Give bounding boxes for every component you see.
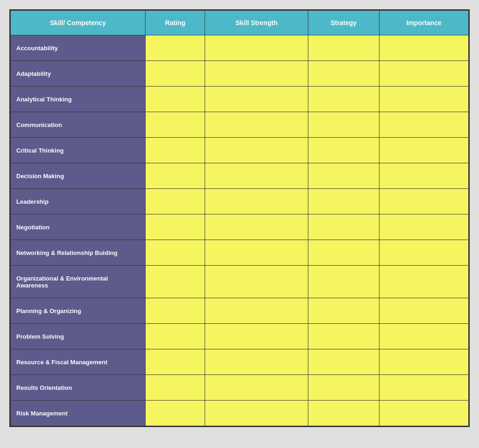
cell-rating[interactable] (146, 401, 205, 426)
cell-skill-strength[interactable] (205, 112, 308, 138)
skill-label: Problem Solving (11, 324, 146, 349)
cell-importance[interactable] (379, 112, 469, 138)
cell-skill-strength[interactable] (205, 138, 308, 163)
cell-strategy[interactable] (308, 163, 379, 189)
cell-rating[interactable] (146, 112, 205, 138)
cell-strategy[interactable] (308, 349, 379, 375)
skill-label: Leadership (11, 189, 146, 214)
cell-importance[interactable] (379, 240, 469, 266)
cell-rating[interactable] (146, 214, 205, 240)
skill-label: Planning & Organizing (11, 298, 146, 324)
cell-strategy[interactable] (308, 87, 379, 112)
skill-label: Decision Making (11, 163, 146, 189)
cell-importance[interactable] (379, 87, 469, 112)
cell-importance[interactable] (379, 214, 469, 240)
cell-strategy[interactable] (308, 61, 379, 87)
table-row: Organizational & Environmental Awareness (11, 266, 469, 298)
cell-importance[interactable] (379, 298, 469, 324)
table-row: Results Orientation (11, 375, 469, 401)
cell-importance[interactable] (379, 324, 469, 349)
cell-strategy[interactable] (308, 138, 379, 163)
skill-label: Networking & Relationship Buiding (11, 240, 146, 266)
cell-skill-strength[interactable] (205, 401, 308, 426)
header-importance: Importance (379, 11, 469, 35)
skills-table: Skill/ Competency Rating Skill Strength … (10, 10, 469, 426)
cell-strategy[interactable] (308, 35, 379, 61)
skill-label: Organizational & Environmental Awareness (11, 266, 146, 298)
skill-label: Negotiation (11, 214, 146, 240)
table-row: Accountability (11, 35, 469, 61)
cell-rating[interactable] (146, 240, 205, 266)
cell-skill-strength[interactable] (205, 266, 308, 298)
table-row: Risk Management (11, 401, 469, 426)
cell-rating[interactable] (146, 349, 205, 375)
cell-skill-strength[interactable] (205, 214, 308, 240)
skill-label: Communication (11, 112, 146, 138)
table-row: Planning & Organizing (11, 298, 469, 324)
cell-rating[interactable] (146, 138, 205, 163)
cell-strategy[interactable] (308, 189, 379, 214)
cell-importance[interactable] (379, 349, 469, 375)
skill-label: Accountability (11, 35, 146, 61)
cell-rating[interactable] (146, 375, 205, 401)
cell-importance[interactable] (379, 401, 469, 426)
cell-rating[interactable] (146, 163, 205, 189)
cell-strategy[interactable] (308, 401, 379, 426)
cell-skill-strength[interactable] (205, 87, 308, 112)
cell-skill-strength[interactable] (205, 35, 308, 61)
cell-importance[interactable] (379, 138, 469, 163)
cell-importance[interactable] (379, 266, 469, 298)
skill-label: Adaptability (11, 61, 146, 87)
cell-skill-strength[interactable] (205, 189, 308, 214)
skills-table-wrapper: Skill/ Competency Rating Skill Strength … (9, 9, 470, 427)
cell-rating[interactable] (146, 61, 205, 87)
table-row: Analytical Thinking (11, 87, 469, 112)
skill-label: Analytical Thinking (11, 87, 146, 112)
cell-rating[interactable] (146, 35, 205, 61)
cell-strategy[interactable] (308, 240, 379, 266)
table-row: Adaptability (11, 61, 469, 87)
table-row: Problem Solving (11, 324, 469, 349)
skill-label: Risk Management (11, 401, 146, 426)
cell-strategy[interactable] (308, 324, 379, 349)
cell-strategy[interactable] (308, 266, 379, 298)
cell-importance[interactable] (379, 375, 469, 401)
cell-rating[interactable] (146, 189, 205, 214)
cell-importance[interactable] (379, 189, 469, 214)
skill-label: Results Orientation (11, 375, 146, 401)
cell-strategy[interactable] (308, 214, 379, 240)
skill-label: Resource & Fiscal Management (11, 349, 146, 375)
cell-skill-strength[interactable] (205, 240, 308, 266)
cell-rating[interactable] (146, 87, 205, 112)
table-row: Critical Thinking (11, 138, 469, 163)
cell-strategy[interactable] (308, 375, 379, 401)
header-rating: Rating (146, 11, 205, 35)
cell-skill-strength[interactable] (205, 349, 308, 375)
header-skill-competency: Skill/ Competency (11, 11, 146, 35)
cell-skill-strength[interactable] (205, 298, 308, 324)
cell-importance[interactable] (379, 35, 469, 61)
cell-importance[interactable] (379, 61, 469, 87)
cell-strategy[interactable] (308, 298, 379, 324)
table-row: Resource & Fiscal Management (11, 349, 469, 375)
cell-rating[interactable] (146, 298, 205, 324)
cell-importance[interactable] (379, 163, 469, 189)
cell-skill-strength[interactable] (205, 324, 308, 349)
cell-strategy[interactable] (308, 112, 379, 138)
table-row: Communication (11, 112, 469, 138)
cell-skill-strength[interactable] (205, 163, 308, 189)
cell-rating[interactable] (146, 266, 205, 298)
skill-label: Critical Thinking (11, 138, 146, 163)
table-row: Decision Making (11, 163, 469, 189)
table-row: Negotiation (11, 214, 469, 240)
cell-skill-strength[interactable] (205, 375, 308, 401)
cell-skill-strength[interactable] (205, 61, 308, 87)
table-row: Leadership (11, 189, 469, 214)
header-skill-strength: Skill Strength (205, 11, 308, 35)
header-strategy: Strategy (308, 11, 379, 35)
cell-rating[interactable] (146, 324, 205, 349)
table-row: Networking & Relationship Buiding (11, 240, 469, 266)
